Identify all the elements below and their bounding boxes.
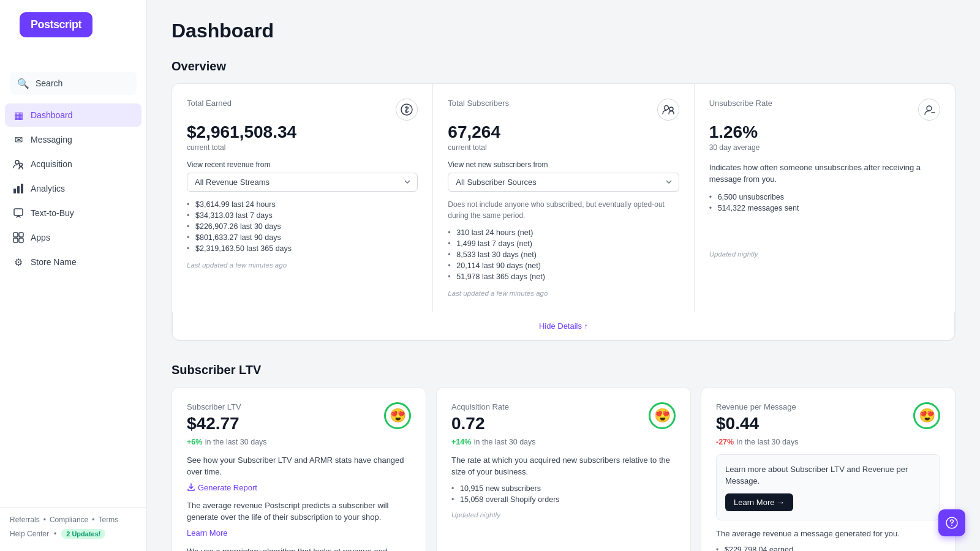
dashboard-icon: ▦ <box>12 109 24 121</box>
svg-point-16 <box>951 525 952 526</box>
subscribers-note: Does not include anyone who subscribed, … <box>448 199 679 221</box>
page-title: Dashboard <box>172 20 956 42</box>
rpm-bullets: $229,798.04 earned 514,322 messages sent <box>716 544 940 551</box>
rpm-label: Revenue per Message <box>716 402 798 411</box>
overview-cards: Total Earned $2,961,508.34 current total… <box>172 84 955 312</box>
sub-bullet-3: 8,533 last 30 days (net) <box>448 249 679 260</box>
revenue-per-message-card: Revenue per Message $0.44 -27% in the la… <box>701 387 956 551</box>
ltv-description: See how your Subscriber LTV and ARMR sta… <box>187 454 411 478</box>
sidebar-item-apps[interactable]: Apps <box>5 226 141 249</box>
revenue-streams-select[interactable]: All Revenue StreamsSMSEmail <box>187 173 418 192</box>
sidebar-item-analytics[interactable]: Analytics <box>5 177 141 200</box>
sidebar-item-acquisition[interactable]: Acquisition <box>5 152 141 176</box>
compliance-link[interactable]: Compliance <box>50 515 88 524</box>
sidebar-item-dashboard[interactable]: ▦ Dashboard <box>5 103 141 127</box>
svg-point-13 <box>927 106 932 111</box>
revenue-updated: Last updated a few minutes ago <box>187 261 418 269</box>
sub-bullet-2: 1,499 last 7 days (net) <box>448 238 679 249</box>
acq-label: Acquisition Rate <box>451 402 536 411</box>
subscribers-icon <box>657 99 679 121</box>
updates-badge[interactable]: 2 Updates! <box>61 529 105 539</box>
svg-rect-2 <box>13 189 16 193</box>
sub-bullet-4: 20,114 last 90 days (net) <box>448 260 679 271</box>
revenue-filter-label: View recent revenue from <box>187 160 418 169</box>
svg-rect-5 <box>14 209 23 216</box>
svg-rect-3 <box>17 186 20 193</box>
sidebar-item-text-to-buy[interactable]: Text-to-Buy <box>5 201 141 225</box>
subscribers-value: 67,264 <box>448 123 679 142</box>
subscribers-sub: current total <box>448 143 679 152</box>
revenue-bullet-5: $2,319,163.50 last 365 days <box>187 243 418 254</box>
unsub-bullet-2: 514,322 messages sent <box>709 203 940 214</box>
acq-change-text: in the last 30 days <box>474 438 536 446</box>
svg-point-0 <box>15 160 19 164</box>
messaging-icon: ✉ <box>12 133 24 146</box>
search-item[interactable]: 🔍 Search <box>10 72 137 95</box>
overview-title: Overview <box>172 59 956 73</box>
help-fab[interactable] <box>938 509 965 536</box>
main-content: Dashboard Overview Total Earned <box>147 0 980 551</box>
rpm-info-box: Learn more about Subscriber LTV and Reve… <box>716 454 940 520</box>
svg-rect-9 <box>19 238 23 242</box>
total-earned-label: Total Earned <box>187 99 232 108</box>
ltv-label: Subscriber LTV <box>187 402 267 411</box>
sidebar: Postscript 🔍 Search ▦ Dashboard ✉ Messag… <box>0 0 147 551</box>
acq-bullet-1: 10,915 new subscribers <box>451 483 676 494</box>
unsub-description: Indicates how often someone unsubscribes… <box>709 162 940 186</box>
svg-rect-7 <box>19 233 23 237</box>
revenue-bullet-3: $226,907.26 last 30 days <box>187 221 418 232</box>
overview-section: Overview Total Earned $2,961,508.3 <box>172 59 956 341</box>
analytics-icon <box>12 182 24 195</box>
revenue-bullet-1: $3,614.99 last 24 hours <box>187 199 418 210</box>
subscriber-sources-select[interactable]: All Subscriber SourcesOrganicPaid <box>448 173 679 192</box>
sidebar-footer: Referrals • Compliance • Terms Help Cent… <box>0 508 146 539</box>
apps-icon <box>12 231 24 244</box>
ltv-emoji: 😍 <box>384 402 411 429</box>
search-icon: 🔍 <box>17 77 29 89</box>
unsub-bullets: 6,500 unsubscribes 514,322 messages sent <box>709 192 940 214</box>
sub-bullet-1: 310 last 24 hours (net) <box>448 227 679 238</box>
rpm-change-text: in the last 30 days <box>737 438 799 446</box>
ltv-value: $42.77 <box>187 414 267 433</box>
total-earned-card: Total Earned $2,961,508.34 current total… <box>172 84 433 312</box>
revenue-bullets: $3,614.99 last 24 hours $34,313.03 last … <box>187 199 418 254</box>
hide-details-link[interactable]: Hide Details ↑ <box>539 321 588 331</box>
svg-rect-8 <box>13 238 18 242</box>
unsub-value: 1.26% <box>709 123 940 142</box>
sidebar-item-messaging[interactable]: ✉ Messaging <box>5 128 141 151</box>
nav: ▦ Dashboard ✉ Messaging Acquisition <box>0 103 146 503</box>
subscribers-label: Total Subscribers <box>448 99 509 108</box>
referrals-link[interactable]: Referrals <box>10 515 40 524</box>
acq-description: The rate at which you acquired new subsc… <box>451 454 676 478</box>
unsub-label: Unsubscribe Rate <box>709 99 772 108</box>
svg-point-11 <box>664 106 668 110</box>
sidebar-item-store-name[interactable]: ⚙ Store Name <box>5 250 141 274</box>
dollar-icon <box>396 99 418 121</box>
acquisition-icon <box>12 158 24 170</box>
subscribers-bullets: 310 last 24 hours (net) 1,499 last 7 day… <box>448 227 679 282</box>
text-to-buy-icon <box>12 207 24 219</box>
acq-bullets: 10,915 new subscribers 15,058 overall Sh… <box>451 483 676 505</box>
rpm-value: $0.44 <box>716 414 798 433</box>
total-earned-sub: current total <box>187 143 418 152</box>
ltv-change-text: in the last 30 days <box>205 438 267 446</box>
rpm-description: The average revenue a message generated … <box>716 528 940 540</box>
ltv-learn-more[interactable]: Learn More <box>187 528 227 538</box>
terms-link[interactable]: Terms <box>98 515 118 524</box>
unsub-bullet-1: 6,500 unsubscribes <box>709 192 940 203</box>
overview-cards-wrapper: Total Earned $2,961,508.34 current total… <box>172 83 956 341</box>
total-earned-value: $2,961,508.34 <box>187 123 418 142</box>
logo[interactable]: Postscript <box>20 12 92 37</box>
help-center-link[interactable]: Help Center <box>10 530 49 538</box>
acq-change: +14% <box>451 438 471 446</box>
rpm-learn-more-btn[interactable]: Learn More → <box>725 493 793 511</box>
svg-point-12 <box>669 107 673 111</box>
ltv-change: +6% <box>187 438 202 446</box>
generate-report-link[interactable]: Generate Report <box>187 483 411 492</box>
store-icon: ⚙ <box>12 256 24 268</box>
rpm-info-text: Learn more about Subscriber LTV and Reve… <box>725 463 931 487</box>
unsub-sub: 30 day average <box>709 143 940 152</box>
total-subscribers-card: Total Subscribers 67,264 current total <box>433 84 694 312</box>
unsub-updated: Updated nightly <box>709 250 940 258</box>
acq-bullet-2: 15,058 overall Shopify orders <box>451 494 676 505</box>
